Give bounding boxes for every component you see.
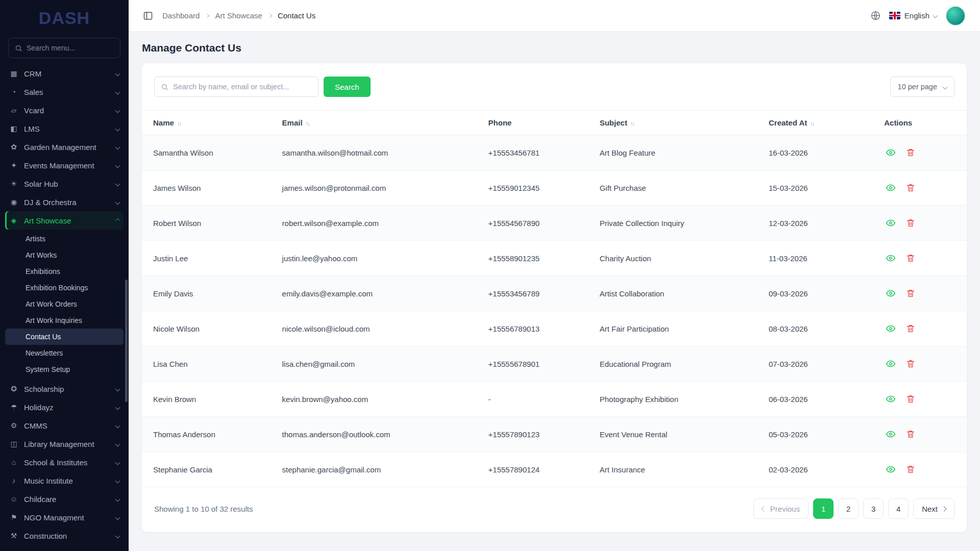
sidebar-item-fleet[interactable]: ▭ Fleet <box>5 545 124 551</box>
page-button-3[interactable]: 3 <box>863 498 884 519</box>
trash-icon <box>906 359 915 368</box>
cell-name: Justin Lee <box>142 241 274 276</box>
sidebar-scrollbar[interactable] <box>125 280 128 402</box>
sidebar-item-exhibitions[interactable]: Exhibitions <box>5 263 124 280</box>
sidebar-item-art-work-inquiries[interactable]: Art Work Inquiries <box>5 312 124 329</box>
delete-button[interactable] <box>904 322 917 335</box>
view-button[interactable] <box>884 146 897 159</box>
sidebar-item-school-institutes[interactable]: ⌂ School & Institutes <box>5 453 124 471</box>
view-button[interactable] <box>884 322 897 335</box>
sidebar-toggle-button[interactable] <box>143 11 153 21</box>
sidebar-item-dj-orchestra[interactable]: ◉ DJ & Orchestra <box>5 193 124 211</box>
cell-subject: Private Collection Inquiry <box>592 206 761 241</box>
per-page-select[interactable]: 10 per page <box>890 77 954 97</box>
sidebar-item-ngo-managment[interactable]: ⚑ NGO Managment <box>5 508 124 527</box>
sidebar-item-label: DJ & Orchestra <box>24 198 110 207</box>
per-page-label: 10 per page <box>898 83 937 91</box>
sidebar-item-art-showcase[interactable]: ◈ Art Showcase <box>5 211 124 230</box>
page-button-4[interactable]: 4 <box>888 498 909 519</box>
sidebar-item-system-setup[interactable]: System Setup <box>5 361 124 378</box>
sidebar-item-label: NGO Managment <box>24 513 110 522</box>
sidebar-item-artists[interactable]: Artists <box>5 231 124 247</box>
next-page-button[interactable]: Next <box>913 498 954 519</box>
sidebar-item-crm[interactable]: ▦ CRM <box>5 64 124 83</box>
delete-button[interactable] <box>904 463 917 476</box>
sidebar-item-contact-us[interactable]: Contact Us <box>5 329 124 345</box>
trash-icon <box>906 218 915 228</box>
sidebar-item-art-works[interactable]: Art Works <box>5 247 124 263</box>
column-header-subject[interactable]: Subject <box>592 111 761 135</box>
breadcrumb-art-showcase[interactable]: Art Showcase <box>215 11 262 20</box>
delete-button[interactable] <box>904 357 917 370</box>
sidebar-item-scholarship[interactable]: ✪ Scholarship <box>5 380 124 398</box>
sidebar-item-garden-management[interactable]: ✿ Garden Management <box>5 138 124 156</box>
delete-button[interactable] <box>904 252 917 265</box>
column-header-created-at[interactable]: Created At <box>761 111 876 135</box>
sales-icon: ◔ <box>9 88 18 96</box>
sidebar-search-input[interactable] <box>27 44 114 52</box>
chevron-down-icon <box>115 533 120 538</box>
next-label: Next <box>922 505 938 513</box>
delete-button[interactable] <box>904 392 917 406</box>
table-row: Justin Lee justin.lee@yahoo.com +1555890… <box>142 241 967 276</box>
globe-icon[interactable] <box>870 10 881 21</box>
sidebar-item-label: Childcare <box>24 495 110 504</box>
sidebar-item-label: Music Institute <box>24 477 110 485</box>
sidebar-item-exhibition-bookings[interactable]: Exhibition Bookings <box>5 280 124 296</box>
sidebar-item-newsletters[interactable]: Newsletters <box>5 345 124 361</box>
view-button[interactable] <box>884 463 897 476</box>
sidebar-item-music-institute[interactable]: ♪ Music Institute <box>5 471 124 490</box>
cell-phone: +15556789013 <box>480 311 592 346</box>
sort-icon <box>810 120 814 127</box>
search-button[interactable]: Search <box>324 77 371 97</box>
avatar[interactable] <box>945 6 966 26</box>
view-button[interactable] <box>884 392 897 406</box>
page-button-1[interactable]: 1 <box>813 498 834 519</box>
row-actions <box>884 463 959 476</box>
chevron-down-icon <box>115 163 120 168</box>
sidebar-item-art-work-orders[interactable]: Art Work Orders <box>5 296 124 312</box>
view-button[interactable] <box>884 216 897 230</box>
view-button[interactable] <box>884 287 897 300</box>
sidebar-item-label: Library Management <box>24 440 110 448</box>
delete-button[interactable] <box>904 216 917 230</box>
chevron-down-icon <box>115 144 120 149</box>
breadcrumb-dashboard[interactable]: Dashboard <box>162 11 200 20</box>
sidebar-item-label: Holidayz <box>24 403 110 412</box>
view-button[interactable] <box>884 181 897 194</box>
cell-email: thomas.anderson@outlook.com <box>274 417 480 452</box>
sidebar-item-construction[interactable]: ⚒ Construction <box>5 527 124 545</box>
view-button[interactable] <box>884 357 897 370</box>
sidebar-item-library-management[interactable]: ◫ Library Management <box>5 435 124 453</box>
page-button-2[interactable]: 2 <box>838 498 859 519</box>
previous-label: Previous <box>770 505 800 513</box>
sidebar-item-vcard[interactable]: ▱ Vcard <box>5 101 124 119</box>
sidebar-item-holidayz[interactable]: ☂ Holidayz <box>5 398 124 416</box>
sidebar-item-events-management[interactable]: ✦ Events Management <box>5 156 124 174</box>
cell-email: robert.wilson@example.com <box>274 206 480 241</box>
view-button[interactable] <box>884 252 897 265</box>
table-search-input[interactable] <box>173 83 312 91</box>
search-icon <box>161 83 168 91</box>
delete-button[interactable] <box>904 146 917 159</box>
cell-created-at: 16-03-2026 <box>761 135 876 170</box>
view-button[interactable] <box>884 428 897 441</box>
column-header-name[interactable]: Name <box>142 111 274 135</box>
delete-button[interactable] <box>904 428 917 441</box>
ngo-icon: ⚑ <box>9 513 18 521</box>
delete-button[interactable] <box>904 287 917 300</box>
previous-page-button[interactable]: Previous <box>753 498 808 519</box>
sidebar-item-sales[interactable]: ◔ Sales <box>5 83 124 101</box>
sidebar-item-cmms[interactable]: ⚙ CMMS <box>5 416 124 435</box>
column-header-email[interactable]: Email <box>274 111 480 135</box>
delete-button[interactable] <box>904 181 917 194</box>
page-content: Manage Contact Us Search 10 per page <box>129 32 980 551</box>
language-selector[interactable]: English <box>889 11 937 20</box>
trash-icon <box>906 254 915 263</box>
sidebar-item-lms[interactable]: ◧ LMS <box>5 119 124 138</box>
sidebar-item-solar-hub[interactable]: ☀ Solar Hub <box>5 174 124 193</box>
main-area: Dashboard Art Showcase Contact Us Englis… <box>129 0 980 551</box>
sidebar-item-childcare[interactable]: ☺ Childcare <box>5 490 124 508</box>
cell-name: James Wilson <box>142 170 274 206</box>
music-icon: ♪ <box>9 477 18 485</box>
